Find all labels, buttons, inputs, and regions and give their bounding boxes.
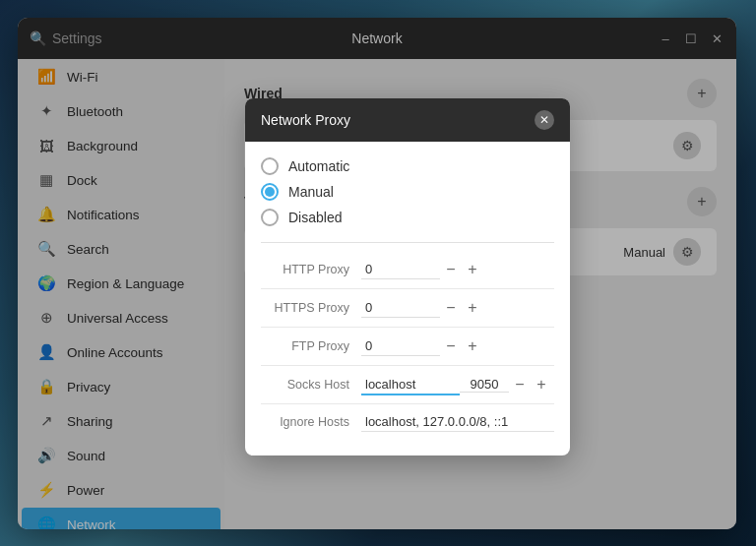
http-proxy-input[interactable] — [361, 260, 440, 279]
radio-automatic-circle — [261, 157, 279, 175]
radio-automatic-label: Automatic — [288, 158, 349, 174]
socks-host-input[interactable] — [361, 375, 460, 395]
modal-close-button[interactable]: ✕ — [535, 110, 554, 130]
ignore-hosts-value: localhost, 127.0.0.0/8, ::1 — [361, 412, 554, 432]
proxy-radio-group: Automatic Manual Disabled — [261, 157, 554, 226]
http-proxy-minus[interactable]: − — [440, 259, 462, 280]
ftp-proxy-row: FTP Proxy − + — [261, 328, 554, 366]
ftp-proxy-plus[interactable]: + — [462, 335, 483, 357]
modal-divider — [261, 242, 554, 243]
ignore-hosts-label: Ignore Hosts — [261, 415, 349, 429]
radio-automatic[interactable]: Automatic — [261, 157, 554, 175]
radio-manual[interactable]: Manual — [261, 183, 554, 201]
socks-host-row: Socks Host − + — [261, 366, 554, 404]
https-proxy-row: HTTPS Proxy − + — [261, 289, 554, 328]
http-proxy-plus[interactable]: + — [462, 259, 483, 280]
http-proxy-row: HTTP Proxy − + — [261, 251, 554, 289]
modal-overlay: Network Proxy ✕ Automatic Manual Disable… — [0, 0, 756, 546]
radio-manual-circle — [261, 183, 279, 201]
socks-plus[interactable]: + — [531, 374, 552, 395]
http-proxy-label: HTTP Proxy — [261, 263, 349, 276]
socks-host-label: Socks Host — [261, 378, 349, 392]
https-proxy-label: HTTPS Proxy — [261, 301, 349, 315]
ftp-proxy-minus[interactable]: − — [440, 335, 462, 357]
modal-header: Network Proxy ✕ — [245, 98, 570, 142]
ignore-hosts-row: Ignore Hosts localhost, 127.0.0.0/8, ::1 — [261, 404, 554, 440]
ftp-proxy-input[interactable] — [361, 336, 440, 356]
radio-disabled-label: Disabled — [288, 210, 342, 225]
https-proxy-minus[interactable]: − — [440, 297, 462, 319]
radio-disabled-circle — [261, 209, 279, 226]
https-proxy-plus[interactable]: + — [462, 297, 483, 319]
ftp-proxy-label: FTP Proxy — [261, 339, 349, 353]
modal-body: Automatic Manual Disabled HTTP Proxy − + — [245, 142, 570, 455]
modal-title: Network Proxy — [261, 112, 350, 128]
network-proxy-modal: Network Proxy ✕ Automatic Manual Disable… — [245, 98, 570, 455]
radio-manual-label: Manual — [288, 184, 334, 200]
https-proxy-input[interactable] — [361, 298, 440, 318]
socks-minus[interactable]: − — [509, 374, 531, 395]
socks-port-input[interactable] — [460, 377, 509, 393]
radio-disabled[interactable]: Disabled — [261, 209, 554, 226]
